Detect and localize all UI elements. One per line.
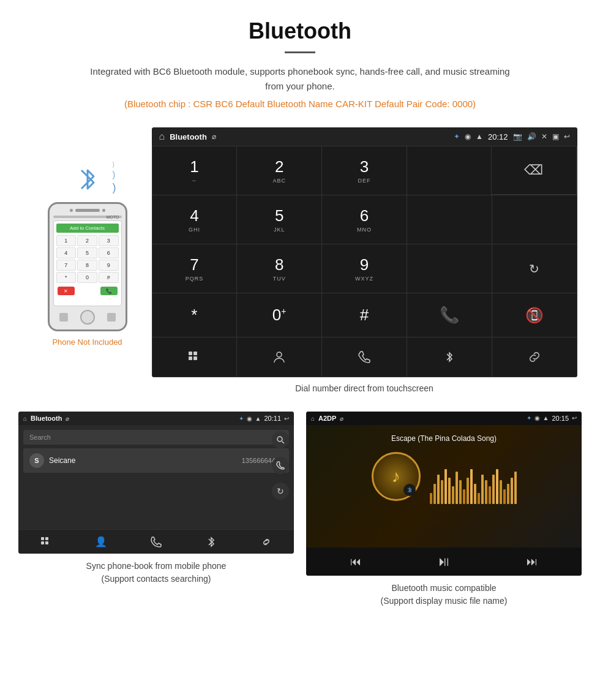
dial-key-0[interactable]: 0+ bbox=[237, 293, 322, 337]
dial-key-2[interactable]: 2 ABC bbox=[237, 146, 322, 195]
pb-bottom-phone[interactable] bbox=[129, 530, 184, 554]
dial-icon-person[interactable] bbox=[237, 337, 322, 377]
dial-empty-2 bbox=[492, 195, 577, 244]
dial-call-red[interactable]: 📵 bbox=[492, 293, 577, 337]
pb-home-icon[interactable]: ⌂ bbox=[23, 415, 27, 422]
dial-row-3: 7 PQRS 8 TUV 9 WXYZ ↻ bbox=[152, 244, 577, 293]
music-time: 20:15 bbox=[552, 415, 569, 422]
dial-icon-phone[interactable] bbox=[322, 337, 407, 377]
dial-key-6[interactable]: 6 MNO bbox=[322, 195, 407, 244]
music-content: Escape (The Pina Colada Song) ♪ bbox=[306, 425, 582, 548]
music-status-right: ✦ ◉ ▲ 20:15 ↩ bbox=[527, 415, 577, 422]
dial-refresh[interactable]: ↻ bbox=[492, 244, 577, 293]
phone-key-1[interactable]: 1 bbox=[56, 235, 77, 246]
phone-key-7[interactable]: 7 bbox=[56, 260, 77, 271]
dial-icon-grid[interactable] bbox=[152, 337, 238, 377]
phonebook-block: ⌂ Bluetooth ⌀ ✦ ◉ ▲ 20:11 ↩ bbox=[18, 412, 294, 608]
dial-key-5[interactable]: 5 JKL bbox=[237, 195, 322, 244]
music-status-left: ⌂ A2DP ⌀ bbox=[311, 415, 343, 422]
music-screenshot: ⌂ A2DP ⌀ ✦ ◉ ▲ 20:15 ↩ Escape (The Pina … bbox=[306, 412, 582, 576]
pb-call-btn[interactable] bbox=[272, 457, 289, 474]
dial-key-8[interactable]: 8 TUV bbox=[237, 244, 322, 293]
dial-display-field bbox=[407, 146, 492, 195]
phone-mock: MOTO Add to Contacts 1 2 3 4 5 6 7 8 bbox=[48, 202, 127, 331]
phone-key-3[interactable]: 3 bbox=[99, 235, 119, 246]
home-icon[interactable]: ⌂ bbox=[159, 131, 165, 142]
pb-search-placeholder: Search bbox=[29, 434, 51, 441]
dial-row-display: 1 ∽ 2 ABC 3 DEF bbox=[152, 146, 577, 195]
dial-empty-3 bbox=[407, 244, 492, 293]
pb-search-bar[interactable]: Search bbox=[23, 430, 289, 445]
phone-menu-btn bbox=[107, 313, 116, 322]
pb-spacer bbox=[23, 475, 289, 524]
dial-key-4[interactable]: 4 GHI bbox=[152, 195, 238, 244]
phone-key-hash[interactable]: # bbox=[99, 272, 119, 283]
pb-refresh-btn[interactable]: ↻ bbox=[272, 483, 289, 500]
phone-key-9[interactable]: 9 bbox=[99, 260, 119, 271]
dial-key-9[interactable]: 9 WXYZ bbox=[322, 244, 407, 293]
pb-bottom-grid[interactable] bbox=[18, 530, 73, 554]
dial-call-green[interactable]: 📞 bbox=[407, 293, 492, 337]
dial-row-2: 4 GHI 5 JKL 6 MNO bbox=[152, 195, 577, 244]
music-title: A2DP bbox=[318, 415, 336, 422]
phone-key-2[interactable]: 2 bbox=[77, 235, 97, 246]
play-pause-button[interactable]: ⏯ bbox=[437, 554, 451, 570]
pb-sidebar: ↻ bbox=[272, 431, 289, 500]
phone-key-4[interactable]: 4 bbox=[56, 247, 77, 258]
dial-screen: ⌂ Bluetooth ⌀ ✦ ◉ ▲ 20:12 📷 🔊 ✕ ▣ ↩ bbox=[152, 127, 577, 377]
svg-rect-8 bbox=[45, 537, 48, 540]
music-caption: Bluetooth music compatible(Support displ… bbox=[381, 582, 508, 608]
close-icon[interactable]: ✕ bbox=[541, 132, 547, 141]
phone-key-8[interactable]: 8 bbox=[77, 260, 97, 271]
music-main-area: ♪ bbox=[372, 452, 517, 507]
phone-key-0[interactable]: 0 bbox=[77, 272, 97, 283]
dial-empty-1 bbox=[407, 195, 492, 244]
bottom-screenshots: ⌂ Bluetooth ⌀ ✦ ◉ ▲ 20:11 ↩ bbox=[18, 412, 582, 608]
svg-rect-9 bbox=[41, 541, 44, 544]
dial-key-7[interactable]: 7 PQRS bbox=[152, 244, 238, 293]
pb-search-btn[interactable] bbox=[272, 431, 289, 448]
pb-bottom-person[interactable]: 👤 bbox=[73, 530, 129, 554]
pb-bottom-link[interactable] bbox=[239, 530, 294, 554]
dial-backspace[interactable]: ⌫ bbox=[492, 146, 576, 195]
music-back-icon[interactable]: ↩ bbox=[572, 415, 577, 422]
music-bt-icon: ✦ bbox=[527, 415, 531, 422]
dial-icon-bluetooth[interactable] bbox=[407, 337, 492, 377]
status-left: ⌂ Bluetooth ⌀ bbox=[159, 131, 216, 142]
svg-line-6 bbox=[282, 442, 285, 444]
next-button[interactable]: ⏭ bbox=[527, 555, 538, 568]
phonebook-screenshot: ⌂ Bluetooth ⌀ ✦ ◉ ▲ 20:11 ↩ bbox=[18, 412, 294, 554]
pb-content: Search S Seicane 13566664466 bbox=[18, 425, 294, 529]
back-icon[interactable]: ↩ bbox=[564, 132, 570, 141]
phone-key-star[interactable]: * bbox=[56, 272, 77, 283]
pb-bt-icon: ✦ bbox=[239, 415, 244, 422]
svg-point-5 bbox=[277, 437, 282, 442]
music-home-icon[interactable]: ⌂ bbox=[311, 415, 315, 422]
phone-key-5[interactable]: 5 bbox=[77, 247, 97, 258]
phone-dialpad: 1 2 3 4 5 6 7 8 9 * 0 # bbox=[56, 235, 119, 283]
main-content: ) ) ) MOTO Add bbox=[0, 127, 600, 614]
phone-key-6[interactable]: 6 bbox=[99, 247, 119, 258]
dial-key-3[interactable]: 3 DEF bbox=[322, 146, 407, 195]
volume-icon[interactable]: 🔊 bbox=[527, 132, 536, 141]
dial-key-hash[interactable]: # bbox=[322, 293, 407, 337]
pb-contact-row[interactable]: S Seicane 13566664466 bbox=[23, 448, 289, 473]
dial-caption: Dial number direct from touchscreen bbox=[152, 383, 577, 393]
dial-row-4: * 0+ # 📞 📵 bbox=[152, 293, 577, 337]
prev-button[interactable]: ⏮ bbox=[350, 555, 361, 568]
pb-back-icon[interactable]: ↩ bbox=[284, 415, 289, 422]
dial-key-1[interactable]: 1 ∽ bbox=[152, 146, 238, 195]
bluetooth-icon bbox=[72, 164, 103, 195]
pb-usb-icon: ⌀ bbox=[66, 415, 69, 422]
pb-avatar: S bbox=[29, 453, 44, 468]
eq-bars bbox=[430, 467, 517, 504]
subtitle-text: Integrated with BC6 Bluetooth module, su… bbox=[86, 64, 514, 94]
dial-icon-link[interactable] bbox=[492, 337, 577, 377]
dial-screen-title: Bluetooth bbox=[170, 132, 207, 141]
header-divider bbox=[285, 51, 315, 53]
dial-icon-row bbox=[152, 337, 577, 377]
window-icon[interactable]: ▣ bbox=[552, 132, 559, 141]
dial-key-star[interactable]: * bbox=[152, 293, 238, 337]
camera-icon[interactable]: 📷 bbox=[513, 132, 522, 141]
pb-bottom-bt[interactable] bbox=[184, 530, 239, 554]
